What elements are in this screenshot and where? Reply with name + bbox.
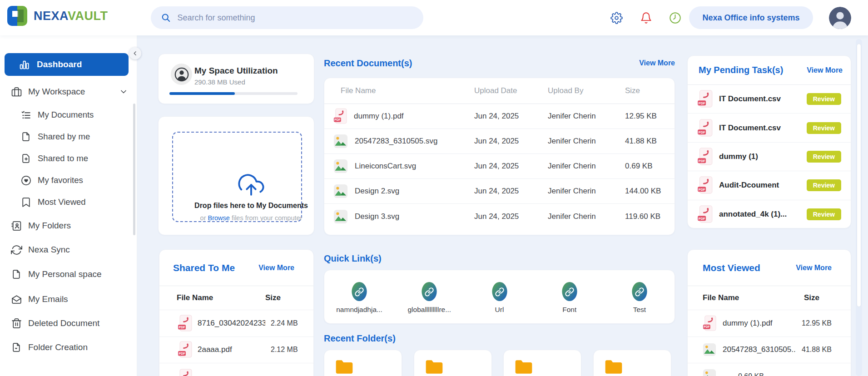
avatar[interactable] (829, 7, 851, 29)
sidebar-item-deleted-document[interactable]: Deleted Document (0, 312, 137, 334)
table-row[interactable]: Design 2.svg Jun 24, 2025 Jenifer Cherin… (324, 179, 675, 204)
recent-folders-title: Recent Folder(s) (324, 333, 396, 344)
folder-card[interactable] (414, 350, 492, 376)
sidebar-item-label: Shared to me (38, 153, 88, 163)
file-size: 0.69 KB (625, 162, 675, 171)
most-viewed-view-more[interactable]: View More (796, 264, 832, 272)
settings-icon[interactable] (610, 12, 623, 24)
image-icon (333, 159, 348, 173)
space-progress-bar (169, 92, 298, 95)
sidebar-item-my-workspace[interactable]: My Workspace (0, 81, 137, 103)
sidebar-item-label: Most Viewed (38, 197, 86, 207)
sidebar-item-my-personal-space[interactable]: My Personal space (0, 263, 137, 285)
table-row[interactable]: Design 3.svg Jun 24, 2025 Jenifer Cherin… (324, 204, 675, 229)
quick-link-label: Test (633, 306, 646, 314)
sidebar-item-shared-by-me[interactable]: Shared by me (0, 126, 137, 148)
table-row[interactable]: 20547283_6310505.svg Jun 24, 2025 Jenife… (324, 129, 675, 154)
folder-card[interactable] (503, 350, 581, 376)
space-utilization-title: My Space Utilization (194, 66, 278, 76)
sidebar-item-shared-to-me[interactable]: Shared to me (0, 148, 137, 169)
table-row[interactable]: PDF dummy (1).pdf Jun 24, 2025 Jenifer C… (324, 104, 675, 129)
sidebar-item-my-emails[interactable]: My Emails (0, 288, 137, 310)
quick-links-title: Quick Link(s) (324, 253, 382, 264)
image-icon (333, 209, 348, 224)
logo-text: NEXAVAULT (34, 9, 108, 23)
sidebar-item-dashboard[interactable]: Dashboard (5, 53, 129, 76)
upload-date: Jun 24, 2025 (474, 212, 548, 221)
file-dropzone[interactable]: Drop files here to My Documents or Brows… (172, 132, 302, 222)
org-name-pill[interactable]: Nexa Office info systems (689, 6, 813, 29)
review-button[interactable]: Review (807, 208, 841, 220)
file-size: 41.88 KB (802, 346, 851, 354)
sidebar-scrollbar-thumb[interactable] (133, 104, 135, 235)
search-input[interactable] (177, 13, 413, 23)
quick-link-item[interactable]: namndjadhja... (324, 270, 394, 323)
task-row: PDF annotated_4k (1)... Review (688, 200, 851, 229)
review-button[interactable]: Review (807, 151, 841, 163)
browse-link[interactable]: Browse (208, 214, 230, 222)
review-button[interactable]: Review (807, 122, 841, 134)
sidebar-collapse-button[interactable] (129, 47, 141, 59)
sidebar-item-my-folders[interactable]: My Folders (0, 215, 137, 237)
sidebar-item-label: My favorites (38, 175, 83, 185)
sidebar-item-nexa-sync[interactable]: Nexa Sync (0, 239, 137, 261)
heart-circle-icon (20, 175, 32, 186)
table-row-partial: 0.69 KB (688, 363, 851, 376)
list-check-icon (20, 109, 32, 121)
sidebar-item-my-documents[interactable]: My Documents (0, 104, 137, 126)
sidebar: Dashboard My Workspace My Documents Shar… (0, 35, 137, 376)
quick-link-label: globalllllllllre... (407, 306, 451, 314)
upload-by: Jenifer Cherin (548, 212, 625, 221)
trash-icon (11, 318, 22, 329)
upload-date: Jun 24, 2025 (474, 137, 548, 146)
search-bar[interactable] (151, 6, 423, 29)
file-size: 41.88 KB (625, 137, 675, 146)
review-button[interactable]: Review (807, 179, 841, 191)
svg-text:PDF: PDF (699, 101, 705, 105)
quick-link-item[interactable]: Url (464, 270, 534, 323)
folder-card[interactable] (324, 350, 402, 376)
sidebar-item-folder-creation[interactable]: Folder Creation (0, 336, 137, 358)
pdf-icon: PDF (703, 315, 716, 331)
review-button[interactable]: Review (807, 93, 841, 105)
table-row[interactable]: PDF 8716_03042024233 2.24 MB (159, 310, 313, 337)
svg-text:PDF: PDF (699, 217, 705, 221)
table-row[interactable]: LineiconsCart.svg Jun 24, 2025 Jenifer C… (324, 154, 675, 179)
quick-links-card: namndjadhja... globalllllllllre... (324, 270, 675, 324)
link-icon (560, 280, 579, 303)
table-row[interactable]: PDF 2aaaa.pdf 2.12 MB (159, 337, 313, 364)
dropzone-title: Drop files here to My Documents (173, 202, 329, 210)
task-file-name: Audit-Dcoument (719, 181, 800, 190)
quick-link-item[interactable]: Test (605, 270, 675, 323)
app-logo[interactable]: NEXAVAULT (7, 6, 108, 26)
table-row[interactable]: 20547283_6310505... 41.88 KB (688, 337, 851, 364)
task-file-name: dummy (1) (719, 152, 800, 161)
folder-card[interactable] (593, 350, 671, 376)
upload-by: Jenifer Cherin (548, 187, 625, 196)
clock-icon[interactable] (669, 12, 681, 24)
user-circle-icon (171, 64, 192, 85)
nexavault-dashboard: NEXAVAULT Nexa Office info systems (0, 0, 868, 376)
recent-documents-view-more[interactable]: View More (627, 59, 675, 67)
shared-to-me-view-more[interactable]: View More (258, 264, 294, 272)
pdf-icon: PDF (697, 148, 713, 166)
task-file-name: IT Document.csv (719, 124, 800, 133)
folder-icon (424, 358, 444, 376)
table-row[interactable]: PDF dummy (1).pdf 12.95 KB (688, 310, 851, 337)
shared-to-me-title: Shared To Me (173, 262, 235, 273)
pending-tasks-view-more[interactable]: View More (807, 66, 843, 74)
file-icon (11, 269, 22, 280)
folder-doc-icon (11, 342, 22, 353)
quick-link-item[interactable]: globalllllllllre... (394, 270, 464, 323)
bookmark-icon (20, 197, 32, 208)
quick-link-item[interactable]: Font (535, 270, 605, 323)
page-scrollbar-thumb[interactable] (857, 44, 861, 307)
sidebar-item-most-viewed[interactable]: Most Viewed (0, 191, 137, 213)
sidebar-item-label: My Emails (28, 294, 68, 304)
upload-by: Jenifer Cherin (548, 162, 625, 171)
space-used-label: 290.38 MB Used (194, 78, 245, 86)
sidebar-item-my-favorites[interactable]: My favorites (0, 169, 137, 191)
file-share-icon (20, 131, 32, 143)
file-name: 20547283_6310505.svg (355, 137, 437, 146)
bell-icon[interactable] (640, 12, 652, 24)
